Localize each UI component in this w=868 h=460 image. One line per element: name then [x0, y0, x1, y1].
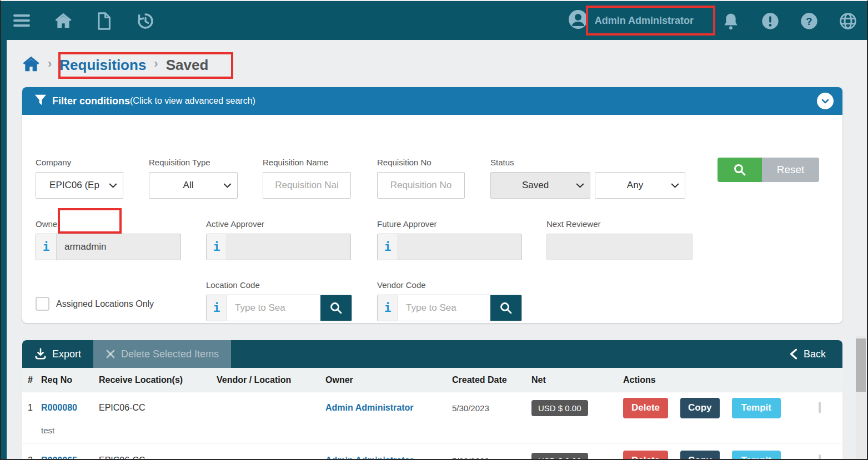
requisition-no-input[interactable]: [377, 172, 465, 199]
receive-locations-cell: EPIC06-CC: [99, 456, 217, 460]
location-code-input[interactable]: [227, 295, 320, 321]
filter-title: Filter conditions: [52, 95, 130, 107]
requisition-type-label: Requisition Type: [149, 158, 238, 167]
location-code-label: Location Code: [206, 280, 352, 290]
vendor-code-info-icon[interactable]: i: [378, 295, 398, 321]
top-navbar: Admin Administrator ?: [1, 1, 867, 40]
breadcrumb-requisitions[interactable]: Requisitions: [59, 57, 146, 74]
delete-button[interactable]: Delete: [623, 398, 668, 418]
requisition-type-select[interactable]: All: [149, 172, 238, 199]
location-code-info-icon[interactable]: i: [207, 295, 227, 321]
globe-icon[interactable]: [839, 12, 856, 29]
requisition-name-input[interactable]: [263, 172, 351, 199]
user-menu[interactable]: Admin Administrator: [568, 9, 694, 32]
future-approver-info-icon[interactable]: i: [378, 234, 398, 260]
table-row: 2 R000065 EPIC06-CC Admin Administrator …: [22, 443, 842, 460]
net-cell: USD $ 0.00: [531, 453, 623, 460]
col-created-date: Created Date: [452, 375, 531, 385]
bell-icon[interactable]: [723, 12, 739, 29]
search-button[interactable]: [718, 158, 762, 182]
owner-input[interactable]: [57, 234, 180, 260]
help-icon[interactable]: ?: [800, 12, 817, 29]
assigned-locations-only[interactable]: Assigned Locations Only: [36, 297, 154, 311]
export-button[interactable]: Export: [22, 340, 93, 368]
file-icon[interactable]: [96, 12, 112, 29]
status-select-value: Saved: [522, 180, 549, 191]
svg-text:?: ?: [806, 16, 812, 27]
requisition-type-select-value: All: [183, 180, 194, 191]
status-label: Status: [490, 158, 706, 167]
home-icon[interactable]: [54, 12, 71, 29]
next-reviewer-input[interactable]: [546, 234, 693, 260]
owner-link[interactable]: Admin Administrator: [325, 456, 452, 460]
chevron-down-icon: [576, 181, 584, 190]
search-icon: [329, 301, 343, 315]
row-select-cell: [819, 403, 842, 413]
assigned-locations-checkbox[interactable]: [36, 297, 49, 311]
copy-button[interactable]: Copy: [680, 398, 720, 418]
vendor-code-input[interactable]: [398, 295, 490, 321]
table-toolbar: Export Delete Selected Items Back: [22, 340, 842, 368]
row-select-cell: [819, 456, 842, 460]
col-receive-locations: Receive Location(s): [99, 375, 217, 385]
copy-button[interactable]: Copy: [680, 451, 720, 460]
active-approver-label: Active Approver: [206, 219, 351, 229]
chevron-down-icon: [671, 181, 679, 190]
delete-selected-button[interactable]: Delete Selected Items: [93, 340, 231, 368]
tempit-button[interactable]: Tempit: [732, 451, 781, 460]
status-sub-select[interactable]: Any: [595, 172, 685, 199]
vendor-code-search-button[interactable]: [490, 295, 521, 321]
reset-button[interactable]: Reset: [762, 158, 819, 182]
field-requisition-type: Requisition Type All: [149, 158, 238, 199]
delete-button[interactable]: Delete: [623, 451, 668, 460]
active-approver-input[interactable]: [227, 234, 350, 260]
user-avatar-icon: [568, 9, 588, 32]
row-actions: Delete Copy Tempit: [623, 398, 819, 418]
next-reviewer-label: Next Reviewer: [546, 219, 693, 229]
filter-action-buttons: Reset: [718, 158, 819, 182]
breadcrumb-home-icon[interactable]: [22, 55, 40, 74]
breadcrumb: › Requisitions › Saved: [22, 51, 208, 79]
req-no-link[interactable]: R000080: [41, 403, 99, 413]
status-select[interactable]: Saved: [490, 172, 590, 199]
col-num: #: [28, 375, 41, 385]
req-no-link[interactable]: R000065: [41, 456, 99, 460]
future-approver-label: Future Approver: [377, 219, 522, 229]
field-requisition-name: Requisition Name: [263, 158, 351, 199]
created-date-cell: 5/30/2023: [452, 403, 531, 413]
tempit-button[interactable]: Tempit: [732, 398, 781, 418]
field-status: Status Saved Any: [490, 158, 706, 199]
net-cell: USD $ 0.00: [531, 400, 623, 416]
collapse-panel-button[interactable]: [817, 93, 834, 109]
created-date-cell: 5/30/2023: [452, 456, 531, 460]
future-approver-input[interactable]: [398, 234, 521, 260]
row-checkbox[interactable]: [819, 454, 821, 460]
history-icon[interactable]: [137, 12, 153, 29]
company-select[interactable]: EPIC06 (Ep: [36, 172, 123, 199]
location-code-search-button[interactable]: [320, 295, 352, 321]
receive-locations-cell: EPIC06-CC: [99, 403, 217, 413]
row-note: test: [22, 421, 842, 443]
active-approver-info-icon[interactable]: i: [207, 234, 227, 260]
col-req-no: Req No: [41, 375, 99, 385]
app-window: Admin Administrator ? › Requisitions › S…: [0, 0, 868, 460]
col-net: Net: [531, 375, 623, 385]
scrollbar-thumb[interactable]: [856, 338, 866, 392]
field-active-approver: Active Approver i: [206, 219, 351, 260]
chevron-down-icon: [223, 181, 232, 190]
owner-info-icon[interactable]: i: [36, 234, 57, 260]
alert-icon[interactable]: [761, 12, 778, 29]
menu-icon[interactable]: [13, 12, 30, 29]
back-button[interactable]: Back: [772, 340, 842, 368]
filter-panel: Filter conditions (Click to view advance…: [22, 87, 842, 323]
vertical-scrollbar[interactable]: [856, 336, 866, 460]
navbar-right: Admin Administrator ?: [568, 9, 856, 32]
filter-panel-header[interactable]: Filter conditions (Click to view advance…: [22, 87, 842, 115]
search-icon: [499, 301, 513, 315]
owner-link[interactable]: Admin Administrator: [325, 403, 452, 413]
col-vendor-location: Vendor / Location: [217, 375, 325, 385]
funnel-icon: [34, 94, 47, 108]
row-checkbox[interactable]: [819, 402, 821, 413]
status-sub-select-value: Any: [627, 180, 643, 191]
company-label: Company: [36, 158, 123, 167]
